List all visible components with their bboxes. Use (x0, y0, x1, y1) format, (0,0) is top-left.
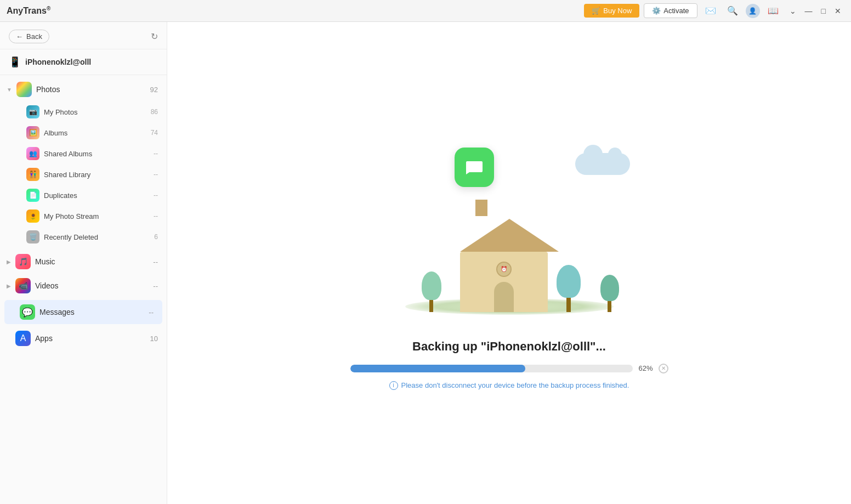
sidebar-item-shared-library[interactable]: 👫 Shared Library -- (0, 164, 167, 185)
device-name: iPhonenoklzl@olll (25, 58, 91, 66)
duplicates-count: -- (154, 191, 158, 199)
sidebar-item-shared-albums[interactable]: 👥 Shared Albums -- (0, 143, 167, 164)
sidebar-item-my-photos[interactable]: 📷 My Photos 86 (0, 101, 167, 122)
right-tree-1 (557, 265, 581, 312)
warning-message: i Please don't disconnect your device be… (389, 381, 629, 390)
maximize-button[interactable]: □ (818, 5, 829, 16)
sidebar-item-photos[interactable]: ▼ Photos 92 (0, 77, 167, 101)
sidebar-item-recently-deleted[interactable]: 🗑️ Recently Deleted 6 (0, 226, 167, 247)
shared-albums-icon: 👥 (26, 147, 39, 160)
photos-count: 92 (150, 86, 158, 94)
progress-percent-label: 62% (638, 364, 653, 372)
messages-count: -- (149, 308, 154, 316)
refresh-button[interactable]: ↻ (151, 31, 158, 42)
progress-bar-fill (350, 365, 526, 372)
back-arrow-icon: ← (16, 32, 23, 41)
shared-library-icon: 👫 (26, 168, 39, 181)
progress-container: 62% ✕ (350, 364, 668, 373)
messages-label: Messages (39, 308, 75, 316)
progress-bar-track (350, 365, 633, 372)
albums-label: Albums (44, 129, 67, 137)
buy-now-button[interactable]: 🛒 Buy Now (584, 4, 639, 18)
photo-stream-icon: 🌻 (26, 209, 39, 223)
duplicates-label: Duplicates (44, 191, 77, 200)
window-controls: ⌄ — □ ✕ (786, 5, 844, 16)
my-photos-label: My Photos (44, 108, 77, 116)
videos-label: Videos (35, 281, 59, 290)
device-info: 📱 iPhonenoklzl@olll (0, 49, 167, 75)
svg-point-0 (20, 86, 28, 93)
apps-icon: A (15, 331, 31, 346)
cart-icon: 🛒 (592, 7, 600, 15)
my-photo-stream-label: My Photo Stream (44, 212, 99, 220)
sidebar-item-videos[interactable]: ▶ 📹 Videos -- (0, 274, 167, 298)
videos-count: -- (153, 282, 158, 290)
activate-button[interactable]: ⚙️ Activate (644, 3, 697, 18)
floating-messages-icon (455, 148, 494, 187)
sidebar-item-messages[interactable]: ▶ 💬 Messages -- (4, 300, 162, 324)
back-button[interactable]: ← Back (9, 30, 49, 43)
cancel-progress-button[interactable]: ✕ (659, 364, 668, 373)
my-photos-icon: 📷 (26, 105, 39, 118)
cloud-shape (575, 153, 630, 175)
shared-library-count: -- (154, 171, 158, 178)
backup-illustration: ⏰ (345, 137, 674, 323)
gear-icon: ⚙️ (652, 7, 661, 15)
my-photos-count: 86 (151, 108, 158, 116)
videos-icon: 📹 (15, 278, 31, 293)
apps-count: 10 (150, 335, 158, 343)
info-icon: i (389, 381, 398, 390)
shared-library-label: Shared Library (44, 171, 90, 179)
sidebar-item-my-photo-stream[interactable]: 🌻 My Photo Stream -- (0, 206, 167, 226)
shared-albums-count: -- (154, 150, 158, 157)
my-photo-stream-count: -- (154, 212, 158, 220)
duplicates-icon: 📄 (26, 189, 39, 202)
recently-deleted-icon: 🗑️ (26, 230, 39, 243)
house-clock: ⏰ (496, 262, 512, 277)
content-area: ⏰ Backing up "iPhonenoklzl@olll"... 62% … (167, 22, 851, 504)
left-tree (422, 271, 441, 312)
sidebar-item-albums[interactable]: 🖼️ Albums 74 (0, 122, 167, 143)
right-tree-2 (600, 275, 619, 312)
house: ⏰ (460, 219, 559, 312)
sidebar-header: ← Back ↻ (0, 22, 167, 49)
book-icon-button[interactable]: 📖 (764, 3, 782, 18)
device-icon: 📱 (9, 56, 21, 68)
expand-arrow-videos: ▶ (7, 283, 11, 289)
music-icon: 🎵 (15, 254, 31, 269)
expand-arrow-photos: ▼ (7, 87, 12, 93)
sidebar-item-duplicates[interactable]: 📄 Duplicates -- (0, 185, 167, 206)
music-count: -- (153, 258, 158, 266)
dropdown-button[interactable]: ⌄ (786, 5, 799, 16)
messages-icon: 💬 (20, 304, 35, 320)
app-logo: AnyTrans® (7, 5, 50, 16)
music-label: Music (35, 257, 55, 266)
mail-icon-button[interactable]: ✉️ (702, 3, 719, 18)
house-door (494, 282, 514, 312)
minimize-button[interactable]: — (802, 5, 816, 16)
shared-albums-label: Shared Albums (44, 150, 92, 158)
recently-deleted-count: 6 (154, 233, 158, 241)
expand-arrow-music: ▶ (7, 259, 11, 265)
photos-icon (16, 82, 32, 97)
titlebar: AnyTrans® 🛒 Buy Now ⚙️ Activate ✉️ 🔍 👤 📖… (0, 0, 851, 22)
search-icon-button[interactable]: 🔍 (724, 3, 741, 18)
photos-section: ▼ Photos 92 📷 My Photos 86 🖼️ (0, 75, 167, 250)
sidebar-item-apps[interactable]: ▶ A Apps 10 (0, 326, 167, 350)
close-button[interactable]: ✕ (831, 5, 844, 16)
sidebar-item-music[interactable]: ▶ 🎵 Music -- (0, 250, 167, 274)
recently-deleted-label: Recently Deleted (44, 233, 98, 241)
albums-icon: 🖼️ (26, 126, 39, 139)
backup-status-title: Backing up "iPhonenoklzl@olll"... (412, 339, 606, 354)
sidebar: ← Back ↻ 📱 iPhonenoklzl@olll ▼ Photos 92 (0, 22, 167, 504)
apps-label: Apps (35, 334, 53, 343)
albums-count: 74 (151, 129, 158, 137)
warning-text-content: Please don't disconnect your device befo… (401, 381, 629, 389)
avatar: 👤 (746, 4, 760, 18)
photos-label: Photos (36, 85, 60, 94)
